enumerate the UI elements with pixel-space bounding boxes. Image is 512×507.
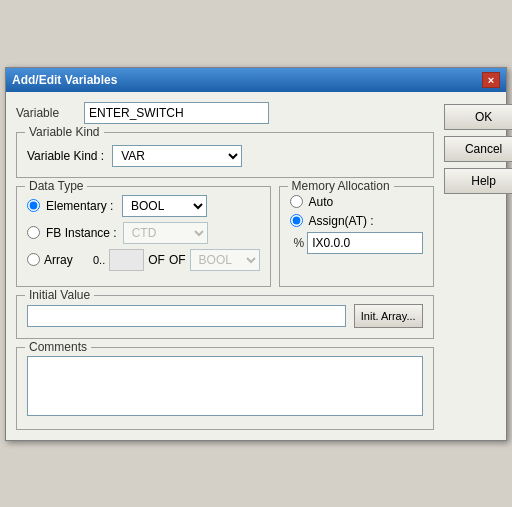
variable-kind-row: Variable Kind : VAR VAR_INPUT VAR_OUTPUT… [27,145,423,167]
initial-value-group-label: Initial Value [25,288,94,302]
elementary-select[interactable]: BOOL BYTE WORD DWORD INT DINT UINT UDINT… [122,195,207,217]
assign-radio[interactable] [290,214,303,227]
fb-instance-radio[interactable] [27,226,40,239]
comments-textarea[interactable] [27,356,423,416]
data-type-group-label: Data Type [25,179,87,193]
assign-radio-row: Assign(AT) : [290,214,423,228]
variable-input[interactable] [84,102,269,124]
array-of-label: OF [148,253,165,267]
memory-group-label: Memory Allocation [288,179,394,193]
variable-label: Variable [16,106,76,120]
main-window: Add/Edit Variables × Variable Variable K… [5,67,507,441]
variable-kind-field-label: Variable Kind : [27,149,104,163]
data-type-group: Data Type Elementary : BOOL BYTE WORD DW… [16,186,271,287]
auto-radio-row: Auto [290,195,423,209]
variable-kind-group: Variable Kind Variable Kind : VAR VAR_IN… [16,132,434,178]
fb-instance-label: FB Instance : [46,226,117,240]
array-to-input[interactable] [109,249,144,271]
initial-value-group: Initial Value Init. Array... [16,295,434,339]
auto-label: Auto [309,195,379,209]
fb-instance-row: FB Instance : CTD CTU CTUD TON TOF TP [27,222,260,244]
ok-button[interactable]: OK [444,104,512,130]
array-radio[interactable] [27,253,40,266]
array-from-label: 0.. [93,254,105,266]
assign-label: Assign(AT) : [309,214,379,228]
window-title: Add/Edit Variables [12,73,117,87]
left-panel: Variable Variable Kind Variable Kind : V… [16,102,434,430]
right-panel: OK Cancel Help [444,102,512,430]
array-of-text: OF [169,253,186,267]
array-label: Array [44,253,89,267]
initial-value-input[interactable] [27,305,346,327]
variable-section: Variable [16,102,434,124]
variable-kind-group-label: Variable Kind [25,125,104,139]
initial-value-row: Init. Array... [27,304,423,328]
title-bar: Add/Edit Variables × [6,68,506,92]
comments-group-label: Comments [25,340,91,354]
elementary-row: Elementary : BOOL BYTE WORD DWORD INT DI… [27,195,260,217]
window-body: Variable Variable Kind Variable Kind : V… [6,92,506,440]
elementary-radio[interactable] [27,199,40,212]
comments-group: Comments [16,347,434,430]
data-memory-section: Data Type Elementary : BOOL BYTE WORD DW… [16,178,434,287]
cancel-button[interactable]: Cancel [444,136,512,162]
variable-kind-select[interactable]: VAR VAR_INPUT VAR_OUTPUT VAR_IN_OUT VAR_… [112,145,242,167]
auto-radio[interactable] [290,195,303,208]
percent-symbol: % [294,236,305,250]
init-array-button[interactable]: Init. Array... [354,304,423,328]
array-type-select[interactable]: BOOL BYTE WORD INT [190,249,260,271]
help-button[interactable]: Help [444,168,512,194]
elementary-label: Elementary : [46,199,116,213]
array-row: Array 0.. OF OF BOOL BYTE WORD INT [27,249,260,271]
fb-instance-select[interactable]: CTD CTU CTUD TON TOF TP [123,222,208,244]
address-row: % [294,232,423,254]
close-button[interactable]: × [482,72,500,88]
address-input[interactable] [307,232,422,254]
memory-allocation-group: Memory Allocation Auto Assign(AT) : % [279,186,434,287]
